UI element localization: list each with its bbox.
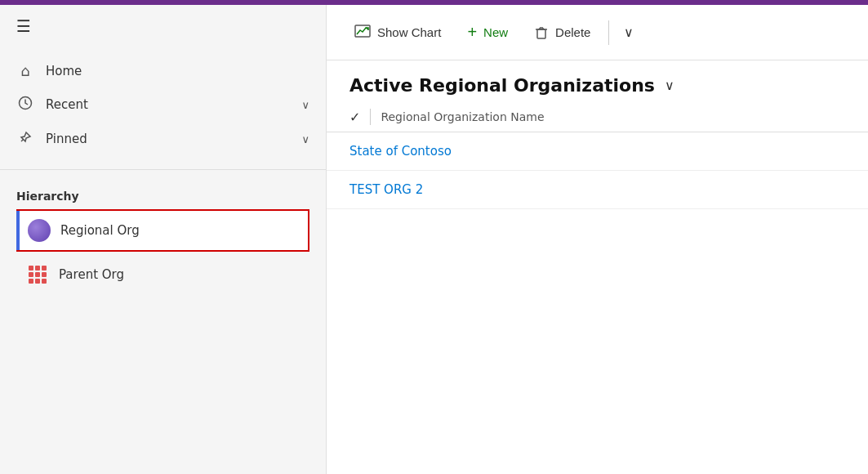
chevron-down-icon: ∨	[624, 25, 634, 40]
sidebar-item-pinned[interactable]: Pinned ∨	[0, 122, 326, 156]
clock-icon	[16, 96, 34, 114]
check-icon: ✓	[349, 110, 360, 125]
home-icon: ⌂	[16, 62, 34, 79]
hierarchy-item-parent-org-label: Parent Org	[59, 267, 124, 282]
main-content: Show Chart + New Delete	[327, 5, 868, 474]
pin-icon	[16, 130, 34, 148]
table-row[interactable]: State of Contoso	[327, 132, 868, 171]
svg-line-1	[21, 139, 24, 141]
hierarchy-label: Hierarchy	[16, 190, 309, 203]
chart-icon	[354, 25, 371, 41]
svg-rect-3	[537, 29, 545, 38]
sidebar-item-home[interactable]: ⌂ Home	[0, 54, 326, 87]
hierarchy-item-regional-org-label: Regional Org	[60, 223, 140, 238]
toolbar: Show Chart + New Delete	[327, 5, 868, 60]
delete-button[interactable]: Delete	[523, 19, 602, 47]
app-layout: ☰ ⌂ Home Recent ∨	[0, 5, 868, 474]
sidebar-item-recent[interactable]: Recent ∨	[0, 87, 326, 122]
list-title-chevron-icon[interactable]: ∨	[665, 78, 674, 93]
sidebar: ☰ ⌂ Home Recent ∨	[0, 5, 327, 474]
recent-chevron-icon: ∨	[301, 99, 309, 111]
new-button[interactable]: + New	[456, 16, 519, 48]
hierarchy-section: Hierarchy Regional Org Parent Org	[0, 177, 326, 301]
row-link-1[interactable]: State of Contoso	[349, 144, 452, 159]
pinned-chevron-icon: ∨	[301, 133, 309, 145]
column-separator	[370, 109, 371, 125]
sidebar-item-pinned-label: Pinned	[46, 132, 290, 146]
plus-icon: +	[467, 23, 477, 42]
sidebar-divider	[0, 169, 326, 170]
list-header: Active Regional Organizations ∨	[327, 60, 868, 102]
new-label: New	[483, 25, 508, 39]
sidebar-nav: ⌂ Home Recent ∨	[0, 47, 326, 163]
hamburger-menu-icon[interactable]: ☰	[16, 18, 31, 34]
trash-icon	[534, 25, 549, 40]
regional-org-icon	[28, 219, 51, 242]
sidebar-item-recent-label: Recent	[46, 97, 290, 112]
column-header-name: Regional Organization Name	[381, 110, 544, 123]
toolbar-separator	[608, 20, 609, 45]
delete-label: Delete	[555, 25, 590, 39]
row-link-2[interactable]: TEST ORG 2	[349, 182, 423, 197]
list-title: Active Regional Organizations	[349, 75, 655, 96]
table-row[interactable]: TEST ORG 2	[327, 171, 868, 209]
sidebar-header: ☰	[0, 5, 326, 47]
more-options-button[interactable]: ∨	[616, 18, 642, 47]
show-chart-label: Show Chart	[377, 25, 441, 39]
sidebar-item-home-label: Home	[46, 64, 309, 78]
column-header-row: ✓ Regional Organization Name	[327, 102, 868, 132]
hierarchy-item-regional-org[interactable]: Regional Org	[16, 209, 309, 252]
show-chart-button[interactable]: Show Chart	[343, 18, 452, 47]
parent-org-icon	[26, 263, 49, 286]
hierarchy-item-parent-org[interactable]: Parent Org	[16, 255, 309, 294]
